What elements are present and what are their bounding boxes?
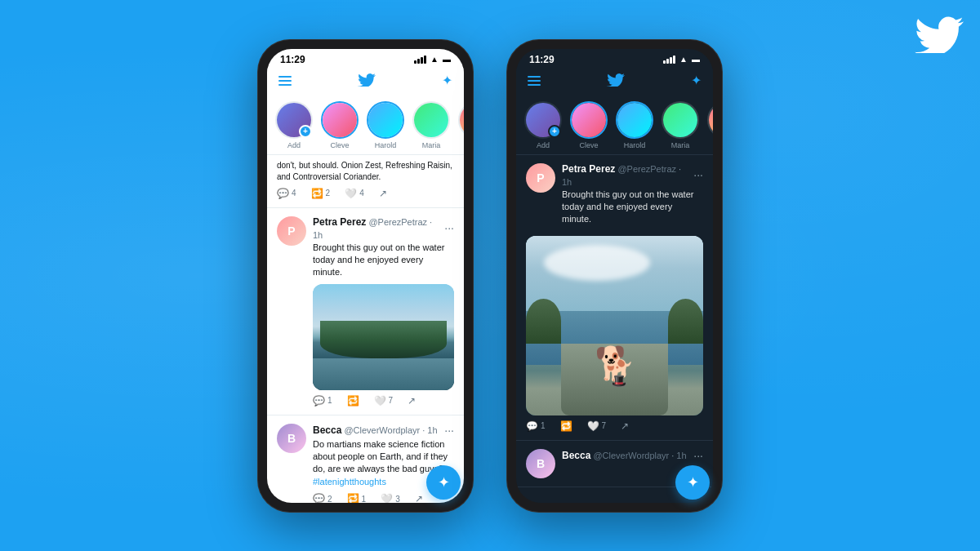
tweet-3-more-light[interactable]: ··· [444,424,454,437]
phone-light: 11:29 ▲ ▬ ✦ [257,39,474,513]
reply-btn-2-light[interactable]: 💬1 [313,395,332,407]
tweet-2-time-dark: 1h [676,451,686,460]
top-nav-dark: ✦ [516,67,713,96]
tweet-1-handle-dark: @PerezPetraz [617,164,676,174]
tweet-2-avatar-light: P [277,216,306,246]
share-btn-1-dark[interactable]: ↗ [621,420,629,432]
story-becca-dark[interactable]: Becca [707,101,713,149]
twitter-bg-icon [915,8,964,64]
signal-icon-dark [663,56,675,64]
tweet-1-name-dark: Petra Perez [562,163,615,175]
battery-icon-light: ▬ [443,55,451,64]
tweet-1-text-light: don't, but should. Onion Zest, Refreshin… [277,160,454,184]
story-cleve-label-light: Cleve [330,141,349,149]
status-icons-light: ▲ ▬ [414,55,451,64]
story-harold-dark[interactable]: Harold [616,101,653,149]
tweet-1-dark: P Petra Perez @PerezPetraz · 1h ··· [516,155,713,441]
tweet-2-handle-light: @PerezPetraz [368,217,427,227]
tweets-dark: P Petra Perez @PerezPetraz · 1h ··· [516,155,713,503]
status-bar-light: 11:29 ▲ ▬ [267,49,464,67]
retweet-btn-2-light[interactable]: 🔁 [347,395,359,407]
story-harold-label-dark: Harold [624,141,646,149]
tweets-light: don't, but should. Onion Zest, Refreshin… [267,155,464,503]
top-nav-light: ✦ [267,67,464,96]
status-icons-dark: ▲ ▬ [663,55,700,64]
like-btn-1-dark[interactable]: 🤍7 [587,420,607,432]
phone-screen-dark: 11:29 ▲ ▬ ✦ [516,49,713,503]
tweet-3-handle-light: @CleverWordplayr [344,425,420,435]
story-harold-label-light: Harold [375,141,397,149]
tweet-2-name-light: Petra Perez [313,216,366,228]
story-add-label-light: Add [287,141,301,149]
tweet-1-time-dark: 1h [562,177,572,187]
phone-screen-light: 11:29 ▲ ▬ ✦ [267,49,464,503]
twitter-bird-dark [607,70,625,91]
retweet-btn-1-dark[interactable]: 🔁 [560,420,572,432]
wifi-icon-light: ▲ [430,55,439,64]
battery-icon-dark: ▬ [692,55,700,64]
tweet-1-actions-dark: 💬1 🔁 🤍7 ↗ [526,420,703,432]
tweet-1-image-dark: 🐕 🎩 [526,236,703,415]
reply-btn-1-dark[interactable]: 💬1 [526,420,546,432]
phones-container: 11:29 ▲ ▬ ✦ [257,39,723,513]
fab-dark[interactable]: ✦ [675,465,710,500]
fab-light[interactable]: ✦ [426,465,461,500]
menu-icon-dark[interactable] [528,76,541,86]
tweet-2-time-light: 1h [313,230,323,240]
story-maria-label-light: Maria [422,141,441,149]
tweet-3-time-light: 1h [427,425,437,435]
tweet-2-actions-light: 💬1 🔁 🤍7 ↗ [313,395,454,407]
retweet-btn-3-light[interactable]: 🔁1 [347,493,367,502]
story-cleve-light[interactable]: Cleve [321,101,359,149]
tweet-2-light: P Petra Perez @PerezPetraz · 1h ··· [267,208,464,415]
status-time-dark: 11:29 [529,54,555,65]
story-maria-light[interactable]: Maria [412,101,450,149]
stories-bar-light: + Add Cleve Harold [267,96,464,155]
tweet-3-name-light: Becca [313,424,341,436]
story-add-dark[interactable]: + Add [524,101,562,149]
story-cleve-label-dark: Cleve [579,141,598,149]
sparkle-icon-dark[interactable]: ✦ [691,73,702,88]
share-btn-1-light[interactable]: ↗ [379,188,387,199]
story-maria-label-dark: Maria [671,141,690,149]
story-becca-light[interactable]: Becca [458,101,464,149]
story-harold-light[interactable]: Harold [367,101,404,149]
reply-btn-1-light[interactable]: 💬4 [277,188,296,199]
status-time-light: 11:29 [280,54,305,65]
share-btn-2-light[interactable]: ↗ [408,395,416,407]
tweet-2-avatar-dark: B [526,449,555,478]
like-btn-3-light[interactable]: 🤍3 [381,493,400,502]
tweet-2-name-dark: Becca [562,450,590,461]
tweet-1-text-dark: Brought this guy out on the water today … [562,189,703,226]
sparkle-icon-light[interactable]: ✦ [442,73,452,88]
tweet-3-avatar-light: B [277,424,306,453]
stories-bar-dark: + Add Cleve Harold [516,96,713,155]
like-btn-1-light[interactable]: 🤍4 [345,188,364,199]
like-btn-2-light[interactable]: 🤍7 [374,395,394,407]
tweet-2-text-light: Brought this guy out on the water today … [313,242,454,279]
signal-icon-light [414,56,426,64]
twitter-bird-light [358,70,376,91]
tweet-2-more-light[interactable]: ··· [444,221,454,234]
reply-btn-3-light[interactable]: 💬2 [313,493,332,502]
tweet-1-light: don't, but should. Onion Zest, Refreshin… [267,155,464,208]
story-add-light[interactable]: + Add [275,101,313,149]
tweet-1-avatar-dark: P [526,163,555,193]
phone-dark: 11:29 ▲ ▬ ✦ [506,39,723,513]
retweet-btn-1-light[interactable]: 🔁2 [311,188,331,199]
status-bar-dark: 11:29 ▲ ▬ [516,49,713,67]
tweet-2-more-dark[interactable]: ··· [693,449,703,462]
menu-icon-light[interactable] [278,76,292,86]
story-maria-dark[interactable]: Maria [662,101,699,149]
wifi-icon-dark: ▲ [679,55,688,64]
story-cleve-dark[interactable]: Cleve [570,101,608,149]
story-add-label-dark: Add [537,141,550,149]
tweet-2-image-light [313,284,454,390]
tweet-2-handle-dark: @CleverWordplayr [593,451,669,460]
tweet-1-more-dark[interactable]: ··· [693,168,703,181]
share-btn-3-light[interactable]: ↗ [415,493,423,502]
tweet-1-actions-light: 💬4 🔁2 🤍4 ↗ [277,188,454,199]
